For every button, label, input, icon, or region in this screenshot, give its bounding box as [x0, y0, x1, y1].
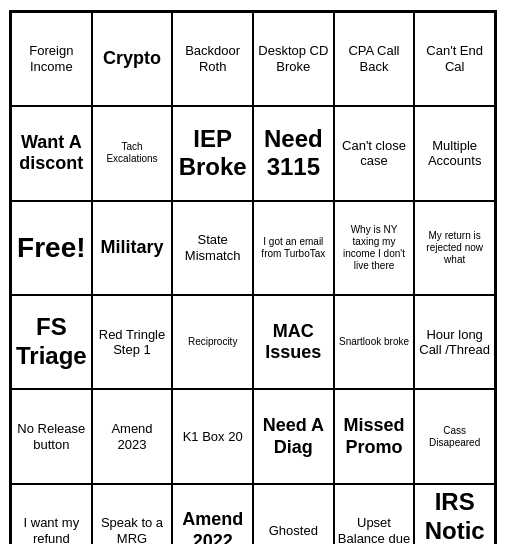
bingo-cell-18: FS Triage	[11, 295, 92, 389]
bingo-cell-15: I got an email from TurboTax	[253, 201, 334, 295]
bingo-cell-29: Cass Disapeared	[414, 389, 495, 483]
bingo-cell-9: Need 3115	[253, 106, 334, 200]
bingo-container: BINGOO Foreign IncomeCryptoBackdoor Roth…	[3, 0, 503, 544]
bingo-cell-1: Crypto	[92, 12, 173, 106]
bingo-cell-13: Military	[92, 201, 173, 295]
bingo-cell-3: Desktop CD Broke	[253, 12, 334, 106]
bingo-cell-0: Foreign Income	[11, 12, 92, 106]
bingo-cell-33: Ghosted	[253, 484, 334, 544]
bingo-cell-30: I want my refund	[11, 484, 92, 544]
bingo-cell-16: Why is NY taxing my income I don't live …	[334, 201, 415, 295]
bingo-cell-32: Amend 2022	[172, 484, 253, 544]
bingo-cell-26: K1 Box 20	[172, 389, 253, 483]
bingo-grid: Foreign IncomeCryptoBackdoor RothDesktop…	[9, 10, 497, 544]
bingo-cell-28: Missed Promo	[334, 389, 415, 483]
bingo-cell-25: Amend 2023	[92, 389, 173, 483]
title-letter-b: B	[10, 0, 90, 6]
bingo-cell-6: Want A discont	[11, 106, 92, 200]
bingo-cell-10: Can't close case	[334, 106, 415, 200]
bingo-cell-34: Upset Balance due	[334, 484, 415, 544]
bingo-cell-31: Speak to a MRG	[92, 484, 173, 544]
title-letter-i: I	[91, 0, 171, 6]
bingo-cell-21: MAC Issues	[253, 295, 334, 389]
bingo-cell-8: IEP Broke	[172, 106, 253, 200]
bingo-cell-12: Free!	[11, 201, 92, 295]
bingo-cell-24: No Release button	[11, 389, 92, 483]
title-letter-o: O	[416, 0, 496, 6]
bingo-cell-17: My return is rejected now what	[414, 201, 495, 295]
title-letter-g: G	[254, 0, 334, 6]
bingo-cell-7: Tach Excalations	[92, 106, 173, 200]
bingo-cell-27: Need A Diag	[253, 389, 334, 483]
bingo-cell-4: CPA Call Back	[334, 12, 415, 106]
title-letter-n: N	[172, 0, 252, 6]
bingo-cell-14: State Mismatch	[172, 201, 253, 295]
bingo-cell-22: Snartlook broke	[334, 295, 415, 389]
bingo-cell-20: Reciprocity	[172, 295, 253, 389]
title-letter-o: O	[335, 0, 415, 6]
bingo-cell-2: Backdoor Roth	[172, 12, 253, 106]
bingo-title: BINGOO	[9, 0, 497, 6]
bingo-cell-11: Multiple Accounts	[414, 106, 495, 200]
bingo-cell-5: Can't End Cal	[414, 12, 495, 106]
bingo-cell-23: Hour long Call /Thread	[414, 295, 495, 389]
bingo-cell-19: Red Tringle Step 1	[92, 295, 173, 389]
bingo-cell-35: IRS Notice	[414, 484, 495, 544]
